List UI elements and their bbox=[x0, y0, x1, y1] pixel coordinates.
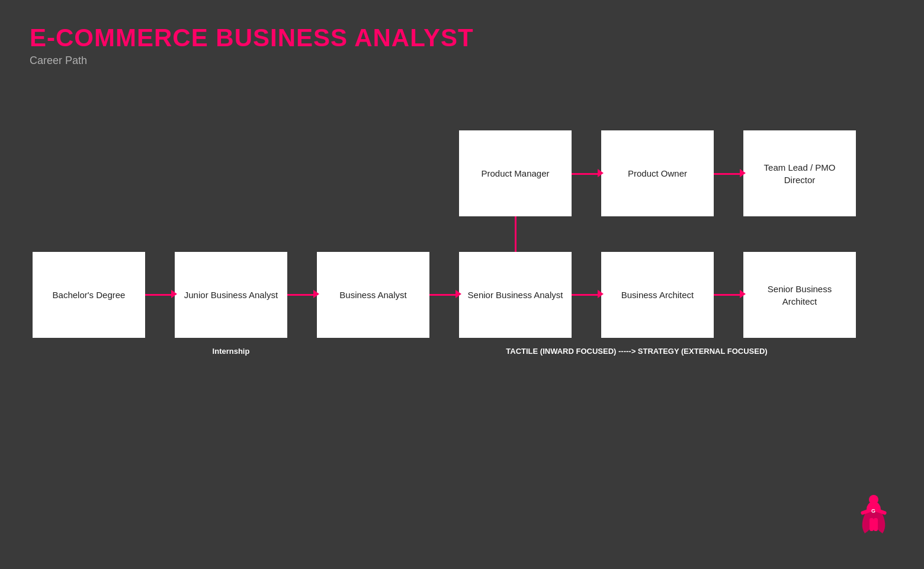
label-strategy: TACTILE (INWARD FOCUSED) -----> STRATEGY… bbox=[415, 347, 859, 356]
arrow-seniorba-bizarch bbox=[598, 290, 604, 298]
page-subtitle: Career Path bbox=[30, 55, 894, 67]
arrow-bizarch-seniorbizarch bbox=[740, 290, 746, 298]
career-path-diagram: Bachelor's Degree Junior Business Analys… bbox=[0, 83, 924, 379]
card-senior-business-architect: Senior Business Architect bbox=[743, 252, 856, 338]
card-product-manager: Product Manager bbox=[459, 130, 572, 216]
card-ba: Business Analyst bbox=[317, 252, 429, 338]
card-bachelors: Bachelor's Degree bbox=[33, 252, 145, 338]
card-product-owner: Product Owner bbox=[601, 130, 714, 216]
superhero-logo: G bbox=[853, 492, 894, 545]
svg-rect-3 bbox=[874, 518, 878, 531]
connector-po-teamlead bbox=[714, 173, 743, 175]
arrow-po-teamlead bbox=[740, 169, 746, 177]
card-junior-ba: Junior Business Analyst bbox=[175, 252, 287, 338]
card-team-lead: Team Lead / PMO Director bbox=[743, 130, 856, 216]
card-business-architect: Business Architect bbox=[601, 252, 714, 338]
arrow-juniorba-ba bbox=[313, 290, 319, 298]
card-senior-ba: Senior Business Analyst bbox=[459, 252, 572, 338]
arrow-pm-po bbox=[598, 169, 604, 177]
arrow-ba-seniorba bbox=[455, 290, 461, 298]
connector-seniorba-bizarch bbox=[572, 294, 601, 296]
page-title: E-COMMERCE BUSINESS ANALYST bbox=[30, 24, 894, 52]
connector-pm-po bbox=[572, 173, 601, 175]
label-internship: Internship bbox=[175, 347, 287, 356]
connector-bachelors-juniorba bbox=[145, 294, 175, 296]
header: E-COMMERCE BUSINESS ANALYST Career Path bbox=[0, 0, 924, 73]
connector-juniorba-ba bbox=[287, 294, 317, 296]
connector-seniorba-pm-vertical bbox=[515, 216, 516, 252]
connector-bizarch-seniorbizarch bbox=[714, 294, 743, 296]
arrow-bachelors-juniorba bbox=[171, 290, 177, 298]
connector-ba-seniorba bbox=[429, 294, 459, 296]
svg-text:G: G bbox=[871, 508, 875, 514]
svg-rect-2 bbox=[870, 518, 874, 531]
svg-point-1 bbox=[869, 495, 878, 504]
